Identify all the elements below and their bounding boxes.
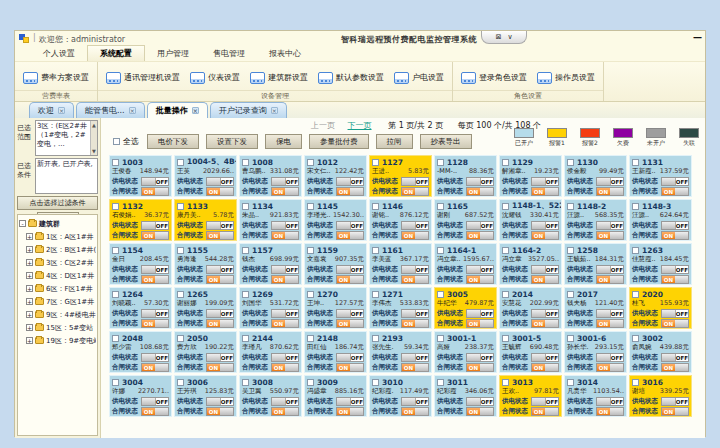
supply-toggle[interactable]: .OFF — [336, 265, 364, 274]
supply-toggle[interactable]: .OFF — [531, 397, 559, 406]
meter-checkbox[interactable] — [567, 159, 574, 166]
meter-checkbox[interactable] — [502, 335, 509, 342]
switch-toggle[interactable]: ON. — [336, 407, 364, 416]
meter-checkbox[interactable] — [567, 379, 574, 386]
supply-toggle[interactable]: .OFF — [206, 265, 234, 274]
switch-toggle[interactable]: ON. — [401, 363, 429, 372]
doc-tab-2[interactable]: 能管售电...× — [76, 102, 145, 118]
switch-toggle[interactable]: ON. — [531, 407, 559, 416]
supply-toggle[interactable]: .OFF — [466, 265, 494, 274]
ribbon-button[interactable]: 仪表设置 — [190, 72, 240, 84]
doc-tab-3[interactable]: 批量操作× — [147, 102, 208, 118]
ribbon-button[interactable]: 户电设置 — [394, 72, 444, 84]
switch-toggle[interactable]: ON. — [401, 231, 429, 240]
meter-checkbox[interactable] — [372, 291, 379, 298]
meter-checkbox[interactable] — [567, 291, 574, 298]
filter-button[interactable]: 点击选择过滤条件 — [17, 196, 98, 210]
switch-toggle[interactable]: ON. — [596, 187, 624, 196]
prev-page-link[interactable]: 上一页 — [311, 121, 335, 130]
switch-toggle[interactable]: ON. — [661, 231, 689, 240]
meter-checkbox[interactable] — [177, 379, 184, 386]
supply-toggle[interactable]: .OFF — [141, 309, 169, 318]
switch-toggle[interactable]: ON. — [141, 187, 169, 196]
meter-checkbox[interactable] — [242, 291, 249, 298]
switch-toggle[interactable]: ON. — [206, 187, 234, 196]
meter-checkbox[interactable] — [567, 203, 574, 210]
supply-toggle[interactable]: .OFF — [271, 177, 299, 186]
switch-toggle[interactable]: ON. — [596, 231, 624, 240]
supply-toggle[interactable]: .OFF — [531, 221, 559, 230]
meter-checkbox[interactable] — [242, 379, 249, 386]
switch-toggle[interactable]: ON. — [336, 275, 364, 284]
doc-tab-1[interactable]: 欢迎× — [29, 102, 74, 118]
meter-checkbox[interactable] — [112, 335, 119, 342]
meter-checkbox[interactable] — [372, 247, 379, 254]
ribbon-button[interactable]: 默认参数设置 — [318, 72, 384, 84]
expand-icon[interactable]: + — [26, 298, 33, 305]
expand-icon[interactable]: + — [26, 259, 33, 266]
scroll-up-icon[interactable]: ▲ — [92, 122, 96, 128]
supply-toggle[interactable]: .OFF — [271, 265, 299, 274]
meter-checkbox[interactable] — [177, 247, 184, 254]
switch-toggle[interactable]: ON. — [206, 275, 234, 284]
switch-toggle[interactable]: ON. — [271, 187, 299, 196]
close-icon[interactable]: × — [192, 107, 199, 114]
supply-toggle[interactable]: .OFF — [271, 221, 299, 230]
supply-toggle[interactable]: .OFF — [141, 221, 169, 230]
supply-toggle[interactable]: .OFF — [401, 397, 429, 406]
switch-toggle[interactable]: ON. — [531, 319, 559, 328]
switch-toggle[interactable]: ON. — [531, 187, 559, 196]
meter-checkbox[interactable] — [437, 335, 444, 342]
meter-checkbox[interactable] — [242, 203, 249, 210]
meter-checkbox[interactable] — [502, 291, 509, 298]
switch-toggle[interactable]: ON. — [271, 231, 299, 240]
supply-toggle[interactable]: .OFF — [336, 397, 364, 406]
toolbar-button[interactable]: 参量批付费 — [309, 134, 369, 149]
meter-checkbox[interactable] — [372, 379, 379, 386]
meter-checkbox[interactable] — [632, 291, 639, 298]
switch-toggle[interactable]: ON. — [531, 363, 559, 372]
expand-icon[interactable]: + — [26, 233, 33, 240]
toolbar-button[interactable]: 抄表导出 — [420, 134, 472, 149]
supply-toggle[interactable]: .OFF — [531, 309, 559, 318]
switch-toggle[interactable]: ON. — [596, 407, 624, 416]
toolbar-button[interactable]: 拉闸 — [376, 134, 413, 149]
switch-toggle[interactable]: ON. — [336, 363, 364, 372]
supply-toggle[interactable]: .OFF — [206, 397, 234, 406]
close-icon[interactable]: × — [129, 107, 136, 114]
switch-toggle[interactable]: ON. — [466, 275, 494, 284]
switch-toggle[interactable]: ON. — [661, 363, 689, 372]
meter-checkbox[interactable] — [112, 379, 119, 386]
toolbar-button[interactable]: 电价下发 — [147, 134, 199, 149]
supply-toggle[interactable]: .OFF — [661, 265, 689, 274]
condition-box[interactable]: 新开表, 已开户表, — [35, 158, 98, 194]
supply-toggle[interactable]: .OFF — [141, 353, 169, 362]
range-scrollbar[interactable]: ▲ ▼ — [90, 121, 97, 155]
switch-toggle[interactable]: ON. — [596, 363, 624, 372]
meter-checkbox[interactable] — [307, 379, 314, 386]
meter-checkbox[interactable] — [307, 291, 314, 298]
meter-checkbox[interactable] — [372, 335, 379, 342]
supply-toggle[interactable]: .OFF — [466, 221, 494, 230]
meter-checkbox[interactable] — [112, 247, 119, 254]
range-listbox[interactable]: 3区：(E区2#井（1#变电，2#变电，... ▲ ▼ — [35, 120, 98, 156]
ribbon-button[interactable]: 登录角色设置 — [461, 72, 527, 84]
meter-checkbox[interactable] — [307, 335, 314, 342]
switch-toggle[interactable]: ON. — [141, 319, 169, 328]
supply-toggle[interactable]: .OFF — [661, 397, 689, 406]
tree-item[interactable]: +15区：5#变站（3#.. — [19, 321, 96, 334]
meter-checkbox[interactable] — [567, 335, 574, 342]
close-icon[interactable]: × — [58, 107, 65, 114]
supply-toggle[interactable]: .OFF — [596, 353, 624, 362]
switch-toggle[interactable]: ON. — [271, 319, 299, 328]
supply-toggle[interactable]: .OFF — [401, 221, 429, 230]
supply-toggle[interactable]: .OFF — [206, 177, 234, 186]
meter-checkbox[interactable] — [177, 159, 184, 166]
switch-toggle[interactable]: ON. — [271, 407, 299, 416]
tree-item[interactable]: +6区：F区1#井（F区.. — [19, 282, 96, 295]
tree-root[interactable]: -建筑群 — [19, 217, 96, 230]
supply-toggle[interactable]: .OFF — [141, 177, 169, 186]
switch-toggle[interactable]: ON. — [271, 363, 299, 372]
ribbon-button[interactable]: 通讯管理机设置 — [106, 72, 180, 84]
switch-toggle[interactable]: ON. — [401, 275, 429, 284]
